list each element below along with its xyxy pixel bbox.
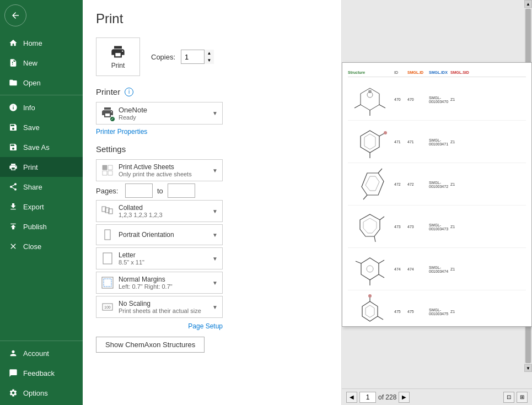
row-id-474: 474 — [394, 267, 405, 271]
row-smglidx-475: SMGL-001003475 — [429, 308, 448, 316]
margins-chevron: ▼ — [212, 280, 218, 286]
molecule-structure — [351, 294, 389, 327]
sidebar-item-info[interactable]: Info — [0, 98, 83, 117]
scroll-down-arrow[interactable]: ▼ — [524, 364, 532, 372]
printer-info-icon[interactable]: i — [125, 88, 133, 96]
sidebar-label-export: Export — [23, 203, 44, 211]
sidebar-item-publish[interactable]: Publish — [0, 217, 83, 236]
molecule-474 — [348, 250, 392, 289]
page-number-input[interactable] — [359, 392, 376, 403]
prev-page-button[interactable]: ◀ — [346, 392, 357, 403]
preview-content: Structure ID SMGL.ID SMGL.IDX SMGL.SID — [342, 63, 531, 326]
copies-area: Copies: ▲ ▼ — [151, 50, 214, 64]
pages-from-input[interactable] — [125, 183, 153, 198]
table-row: 474 474 SMGL-001003474 Z1 — [348, 249, 526, 290]
row-smglsid-473: Z1 — [450, 225, 461, 229]
scaling-sub: Print sheets at their actual size — [119, 307, 201, 314]
paper-select[interactable]: Letter 8.5" x 11" ▼ — [96, 247, 223, 269]
page-setup-link[interactable]: Page Setup — [96, 322, 223, 330]
copies-label: Copies: — [151, 53, 175, 61]
molecule-475 — [348, 293, 392, 327]
collated-left: Collated 1,2,3 1,2,3 1,2,3 — [101, 204, 163, 218]
margins-sub: Left: 0.7" Right: 0.7" — [119, 283, 173, 290]
sidebar-item-options[interactable]: Options — [0, 383, 83, 403]
scaling-text: No Scaling Print sheets at their actual … — [119, 300, 201, 314]
sidebar-label-save: Save — [23, 123, 40, 132]
row-id-473: 473 — [394, 225, 405, 229]
preview-table-header: Structure ID SMGL.ID SMGL.IDX SMGL.SID — [348, 68, 526, 77]
row-smglid-471: 471 — [407, 140, 427, 144]
settings-section-header: Settings — [96, 144, 328, 154]
collated-icon — [101, 204, 114, 218]
sidebar-item-print[interactable]: Print — [0, 157, 83, 177]
paper-icon — [101, 252, 114, 265]
svg-line-15 — [354, 105, 361, 108]
sidebar-label-info: Info — [23, 104, 35, 112]
molecule-470 — [348, 80, 392, 119]
scaling-select[interactable]: 100 No Scaling Print sheets at their act… — [96, 296, 223, 318]
molecule-structure — [351, 251, 389, 287]
sidebar-label-close: Close — [23, 242, 41, 251]
sidebar-label-publish: Publish — [23, 223, 47, 231]
copies-spin-down[interactable]: ▼ — [205, 57, 214, 64]
svg-rect-3 — [108, 171, 112, 175]
sidebar-item-open[interactable]: Open — [0, 73, 83, 93]
printer-select[interactable]: OneNote Ready ▼ — [96, 102, 223, 125]
sidebar-item-export[interactable]: Export — [0, 197, 83, 217]
print-what-select[interactable]: Print Active Sheets Only print the activ… — [96, 159, 223, 181]
svg-line-14 — [379, 105, 385, 108]
sidebar-label-print: Print — [23, 163, 38, 171]
molecule-472 — [348, 165, 392, 204]
main-inner: Print Print Copies: ▲ ▼ — [83, 0, 532, 405]
svg-rect-0 — [103, 165, 107, 170]
row-smglsid-471: Z1 — [450, 140, 461, 144]
table-row: 473 473 SMGL-001003473 Z1 — [348, 207, 526, 248]
preview-page: Structure ID SMGL.ID SMGL.IDX SMGL.SID — [342, 62, 532, 327]
print-button[interactable]: Print — [96, 37, 140, 76]
sidebar-item-share[interactable]: Share — [0, 177, 83, 197]
multi-page-view-button[interactable]: ⊞ — [517, 392, 528, 403]
back-button[interactable] — [4, 4, 26, 26]
preview-scroll-area[interactable]: ▲ ▼ Structure ID SMGL.ID SMGL.IDX SMGL.S… — [342, 0, 532, 388]
row-smglid-473: 473 — [407, 225, 427, 229]
margins-select[interactable]: Normal Margins Left: 0.7" Right: 0.7" ▼ — [96, 272, 223, 294]
sidebar-label-home: Home — [23, 39, 42, 47]
orientation-left: Portrait Orientation — [101, 228, 174, 241]
molecule-structure — [351, 82, 389, 117]
preview-nav: ◀ of 228 ▶ ⊡ ⊞ — [342, 388, 532, 405]
single-page-view-button[interactable]: ⊡ — [503, 392, 514, 403]
collated-sub: 1,2,3 1,2,3 1,2,3 — [119, 212, 163, 218]
sidebar-item-account[interactable]: Account — [0, 343, 83, 363]
row-smglidx-471: SMGL-001003471 — [429, 138, 448, 146]
printer-section-header: Printer i — [96, 87, 328, 96]
sidebar-nav-middle: Info Save Save As Print Share Export Pub… — [0, 95, 83, 341]
row-id-471: 471 — [394, 140, 405, 144]
collated-text: Collated 1,2,3 1,2,3 1,2,3 — [119, 204, 163, 218]
svg-point-29 — [367, 266, 373, 272]
sidebar-item-new[interactable]: New — [0, 53, 83, 73]
row-smglsid-475: Z1 — [450, 310, 461, 314]
sidebar-label-options: Options — [23, 389, 48, 397]
paper-text: Letter 8.5" x 11" — [119, 251, 144, 266]
sidebar-item-close[interactable]: Close — [0, 236, 83, 256]
printer-section-label: Printer — [96, 87, 120, 96]
scaling-left: 100 No Scaling Print sheets at their act… — [101, 300, 201, 314]
chemaxon-button[interactable]: Show ChemAxon Structures — [96, 337, 205, 353]
svg-rect-2 — [103, 171, 107, 175]
sidebar-item-save-as[interactable]: Save As — [0, 137, 83, 157]
copies-spin-up[interactable]: ▲ — [205, 50, 214, 57]
next-page-button[interactable]: ▶ — [399, 392, 410, 403]
row-id-470: 470 — [394, 98, 405, 101]
collated-select[interactable]: Collated 1,2,3 1,2,3 1,2,3 ▼ — [96, 200, 223, 222]
print-button-area: Print Copies: ▲ ▼ — [96, 37, 328, 76]
sidebar-item-feedback[interactable]: Feedback — [0, 363, 83, 383]
pages-to-input[interactable] — [168, 183, 195, 198]
orientation-select[interactable]: Portrait Orientation ▼ — [96, 224, 223, 245]
sidebar-item-home[interactable]: Home — [0, 33, 83, 53]
print-what-label: Print Active Sheets — [119, 163, 192, 171]
row-smglid-474: 474 — [407, 267, 427, 271]
table-row: 470 470 SMGL-001003470 Z1 — [348, 79, 526, 121]
sidebar-item-save[interactable]: Save — [0, 117, 83, 137]
scroll-up-arrow[interactable]: ▲ — [524, 0, 532, 8]
printer-properties-link[interactable]: Printer Properties — [96, 128, 147, 136]
